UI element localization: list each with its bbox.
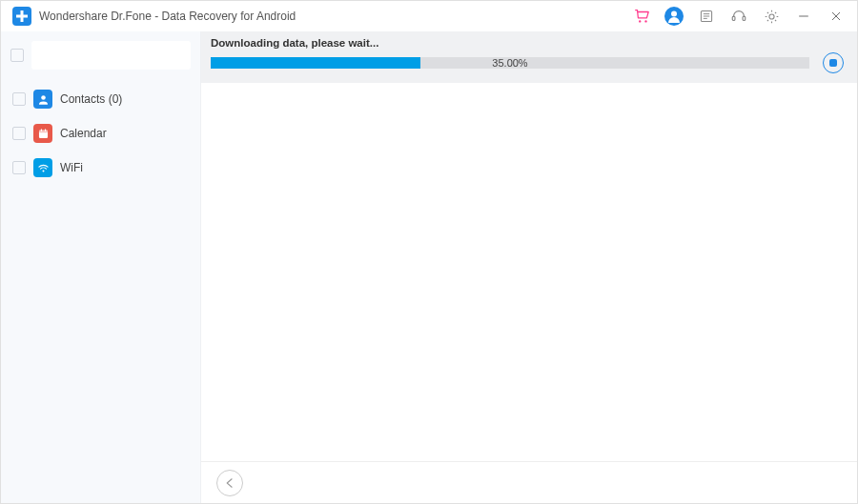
titlebar-controls — [632, 7, 846, 26]
svg-point-3 — [639, 20, 641, 22]
app-title: Wondershare Dr.Fone - Data Recovery for … — [39, 10, 632, 23]
svg-point-22 — [42, 170, 44, 171]
svg-rect-21 — [45, 129, 46, 131]
cart-icon[interactable] — [632, 7, 651, 26]
checkbox-icon[interactable] — [12, 127, 26, 140]
sidebar-item-label: Contacts (0) — [60, 92, 122, 106]
progress-panel: Downloading data, please wait... 35.00% — [201, 31, 857, 83]
sidebar-select-all[interactable] — [10, 39, 191, 71]
sidebar-item-label: WiFi — [60, 161, 83, 174]
svg-rect-2 — [16, 15, 28, 18]
checkbox-icon[interactable] — [10, 49, 24, 62]
checkbox-icon[interactable] — [12, 161, 26, 174]
calendar-icon — [33, 124, 52, 143]
svg-point-17 — [41, 95, 46, 100]
progress-bar-fill — [211, 57, 420, 69]
sidebar: Contacts (0) Calendar — [1, 31, 201, 503]
svg-rect-20 — [40, 129, 41, 131]
contacts-icon — [33, 90, 52, 109]
titlebar: Wondershare Dr.Fone - Data Recovery for … — [1, 1, 857, 31]
sidebar-item-wifi[interactable]: WiFi — [10, 153, 191, 182]
support-icon[interactable] — [729, 7, 748, 26]
minimize-button[interactable] — [794, 7, 813, 26]
wifi-icon — [33, 158, 52, 177]
feedback-icon[interactable] — [697, 7, 716, 26]
settings-icon[interactable] — [762, 7, 781, 26]
back-button[interactable] — [216, 470, 243, 496]
footer — [201, 461, 857, 503]
svg-point-4 — [644, 20, 646, 22]
app-logo-icon — [12, 7, 31, 26]
sidebar-item-label: Calendar — [60, 127, 107, 140]
close-button[interactable] — [827, 7, 846, 26]
svg-point-6 — [671, 11, 677, 17]
progress-bar: 35.00% — [211, 57, 809, 69]
stop-icon — [829, 59, 837, 67]
content-area: Downloading data, please wait... 35.00% — [201, 31, 857, 503]
svg-point-13 — [768, 13, 773, 18]
progress-percent-label: 35.00% — [492, 57, 527, 69]
filter-field[interactable] — [31, 41, 191, 70]
checkbox-icon[interactable] — [12, 92, 26, 106]
sidebar-item-calendar[interactable]: Calendar — [10, 119, 191, 148]
arrow-left-icon — [223, 476, 236, 490]
user-icon[interactable] — [664, 7, 684, 26]
svg-rect-19 — [38, 130, 47, 132]
stop-button[interactable] — [823, 52, 844, 73]
progress-status-label: Downloading data, please wait... — [211, 37, 848, 49]
sidebar-item-contacts[interactable]: Contacts (0) — [10, 85, 191, 113]
